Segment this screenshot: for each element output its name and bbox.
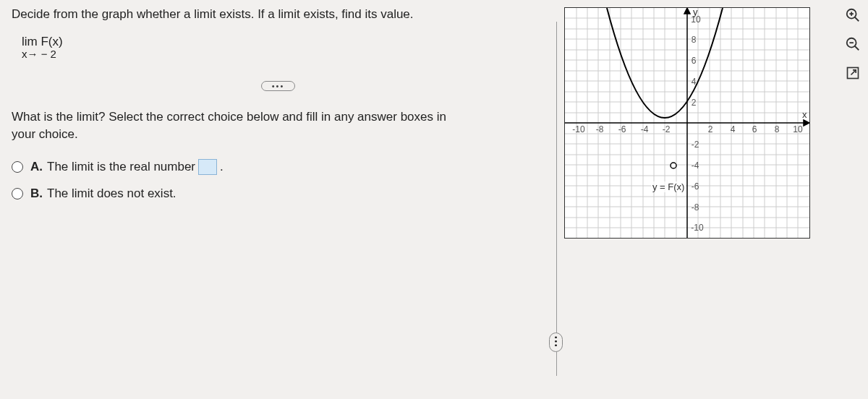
x-tick: 4 [731,124,736,134]
x-tick: -2 [663,124,671,134]
choice-a-row: A. The limit is the real number . [12,159,545,175]
question-prompt: Decide from the graph whether a limit ex… [12,7,545,22]
limit-expression: lim F(x) x→ − 2 [22,35,545,61]
svg-line-53 [851,70,856,75]
y-tick: -2 [692,140,699,150]
x-tick: 6 [752,124,757,134]
sub-question: What is the limit? Select the correct ch… [12,108,460,143]
y-tick: 8 [692,35,697,45]
zoom-out-button[interactable] [843,35,862,53]
x-tick: -6 [618,124,626,134]
open-external-button[interactable] [843,64,862,82]
y-tick: -4 [692,160,699,171]
y-tick: -10 [691,223,703,233]
choice-a-text-before: The limit is the real number [47,160,195,174]
zoom-in-icon [845,7,861,23]
svg-line-46 [855,17,859,22]
choice-a-text-after: . [220,160,224,174]
choice-a-prefix: A. [30,160,43,174]
x-tick: 10 [793,124,802,134]
function-label: y = F(x) [651,181,686,192]
x-tick: -4 [641,124,649,134]
x-tick: -8 [596,124,604,134]
svg-point-44 [671,163,676,168]
y-tick: 4 [692,77,697,87]
graph-panel: -10 -8 -6 -4 -2 2 4 6 8 10 2 4 6 8 10 -2… [557,0,868,399]
zoom-out-icon [845,36,861,52]
y-tick: 2 [692,98,697,108]
y-tick: 6 [692,56,697,66]
choice-b-radio[interactable] [12,188,23,200]
y-tick: -6 [692,181,699,192]
y-tick: -8 [692,202,699,213]
choice-b-row: B. The limit does not exist. [12,186,545,201]
x-tick: 8 [775,124,780,134]
x-axis-label: x [802,109,807,120]
choice-a-answer-input[interactable] [198,159,217,175]
x-tick: 2 [708,124,713,134]
graph-svg [565,8,809,238]
open-external-icon [846,66,860,80]
zoom-in-button[interactable] [843,6,862,25]
choice-a-radio[interactable] [12,161,23,173]
limit-bottom: x→ − 2 [22,48,545,61]
choice-b-text: The limit does not exist. [47,186,176,201]
svg-marker-43 [684,8,690,14]
graph-container[interactable]: -10 -8 -6 -4 -2 2 4 6 8 10 2 4 6 8 10 -2… [564,7,810,239]
y-axis-label: y [693,7,698,17]
question-area: Decide from the graph whether a limit ex… [0,0,556,399]
limit-top: lim F(x) [22,35,545,49]
svg-marker-42 [804,120,809,126]
svg-line-50 [855,46,859,51]
choice-b-prefix: B. [30,186,43,201]
x-tick: -10 [572,124,584,134]
graph-toolbar [843,6,862,82]
section-divider-button[interactable]: ••• [261,81,296,91]
